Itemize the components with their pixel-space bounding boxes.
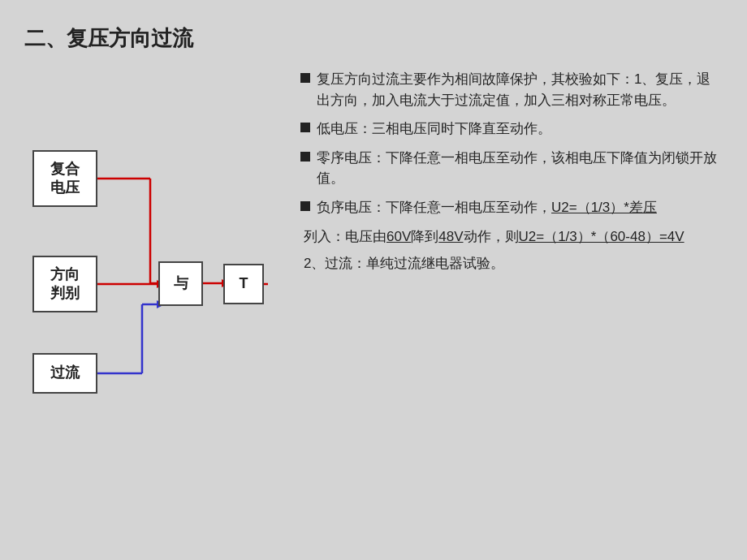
plain-text-2: 2、过流：单纯过流继电器试验。 <box>300 252 723 274</box>
content-area: 复合电压 方向判别 过流 与 T 复压方向过流主要作为相间故障保护，其校验如下：… <box>24 69 723 540</box>
slide-title: 二、复压方向过流 <box>24 24 723 53</box>
bullet-icon-2 <box>300 123 310 132</box>
right-panel: 复压方向过流主要作为相间故障保护，其校验如下：1、复压，退出方向，加入电流大于过… <box>284 69 723 540</box>
bullet-item-2: 低电压：三相电压同时下降直至动作。 <box>300 118 723 140</box>
bullet-icon-4 <box>300 201 310 211</box>
left-panel: 复合电压 方向判别 过流 与 T <box>24 69 284 540</box>
box-fangxiang: 方向判别 <box>32 256 97 312</box>
box-guoliu: 过流 <box>32 353 97 394</box>
bullet-text-2: 低电压：三相电压同时下降直至动作。 <box>317 118 723 140</box>
slide: 二、复压方向过流 <box>0 0 747 560</box>
bullet-list: 复压方向过流主要作为相间故障保护，其校验如下：1、复压，退出方向，加入电流大于过… <box>300 69 723 218</box>
box-t: T <box>223 264 264 304</box>
bullet-item-3: 零序电压：下降任意一相电压至动作，该相电压下降值为闭锁开放值。 <box>300 148 723 189</box>
bullet-icon-3 <box>300 152 310 162</box>
box-fuhe: 复合电压 <box>32 150 97 207</box>
diagram: 复合电压 方向判别 过流 与 T <box>24 101 268 410</box>
bullet-text-1: 复压方向过流主要作为相间故障保护，其校验如下：1、复压，退出方向，加入电流大于过… <box>317 69 723 110</box>
bullet-text-4: 负序电压：下降任意一相电压至动作，U2=（1/3）*差压 <box>317 197 723 218</box>
bullet-item-4: 负序电压：下降任意一相电压至动作，U2=（1/3）*差压 <box>300 197 723 218</box>
bullet-item-1: 复压方向过流主要作为相间故障保护，其校验如下：1、复压，退出方向，加入电流大于过… <box>300 69 723 110</box>
bullet-icon-1 <box>300 73 310 83</box>
box-yu: 与 <box>158 261 203 306</box>
bullet-text-3: 零序电压：下降任意一相电压至动作，该相电压下降值为闭锁开放值。 <box>317 148 723 189</box>
plain-text-1: 列入：电压由60V降到48V动作，则U2=（1/3）*（60-48）=4V <box>300 226 723 248</box>
